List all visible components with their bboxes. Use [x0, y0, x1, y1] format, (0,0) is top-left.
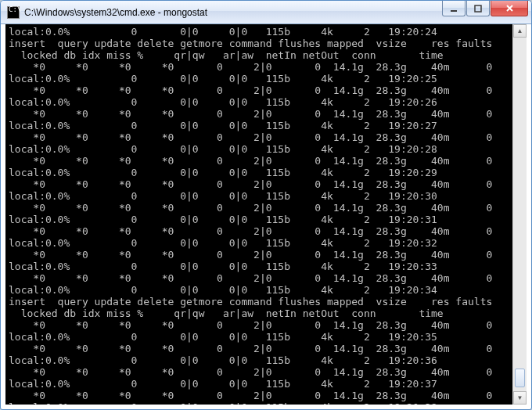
svg-rect-1	[475, 5, 481, 12]
window: C:\Windows\system32\cmd.exe - mongostat …	[0, 0, 532, 410]
titlebar[interactable]: C:\Windows\system32\cmd.exe - mongostat	[1, 1, 531, 24]
minimize-button[interactable]	[442, 1, 466, 16]
cmd-icon	[7, 6, 20, 19]
minimize-icon	[450, 5, 458, 13]
client-area: local:0.0% 0 0|0 0|0 115b 4k 2 19:20:24 …	[5, 24, 527, 405]
scroll-thumb[interactable]	[515, 369, 525, 387]
chevron-up-icon: ▲	[517, 27, 523, 34]
chevron-down-icon: ▼	[517, 394, 523, 401]
window-title: C:\Windows\system32\cmd.exe - mongostat	[24, 7, 207, 18]
scroll-down-button[interactable]: ▼	[513, 391, 527, 405]
window-buttons	[442, 1, 528, 16]
close-icon	[505, 4, 514, 13]
scroll-up-button[interactable]: ▲	[513, 24, 527, 38]
svg-rect-0	[451, 10, 457, 12]
vertical-scrollbar[interactable]: ▲ ▼	[512, 24, 527, 405]
maximize-button[interactable]	[466, 1, 490, 16]
close-button[interactable]	[491, 1, 528, 16]
terminal-output: local:0.0% 0 0|0 0|0 115b 4k 2 19:20:24 …	[5, 24, 512, 405]
maximize-icon	[474, 5, 482, 13]
